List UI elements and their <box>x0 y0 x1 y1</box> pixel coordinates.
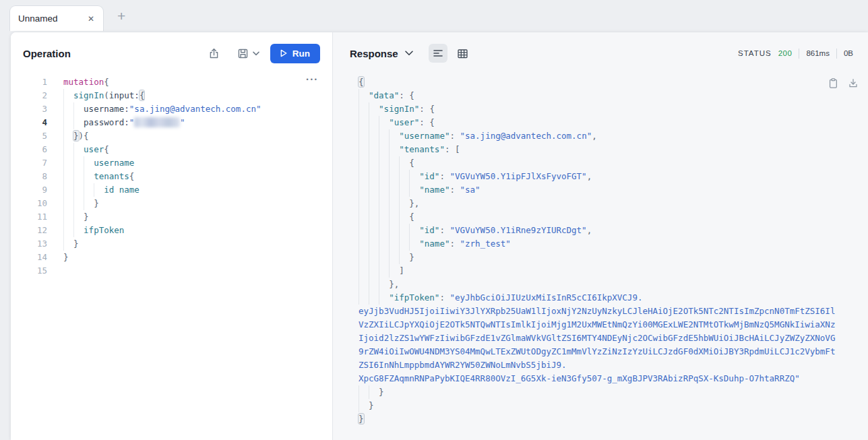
code-token: " <box>180 117 185 127</box>
code-token: : <box>439 171 450 181</box>
save-chevron-down-icon[interactable] <box>253 51 259 56</box>
code-line: "id": "VGVuYW50.Y1ipFJlXsFyvoFGT", <box>333 170 868 183</box>
indent-guide <box>63 224 73 237</box>
indent-guide <box>94 183 104 197</box>
indent-guide <box>63 197 73 210</box>
code-token: } <box>94 198 99 208</box>
code-token <box>114 185 119 195</box>
indent-guide <box>399 156 409 170</box>
code-line: "name": "sa" <box>333 183 868 197</box>
play-icon <box>280 49 287 57</box>
run-button-label: Run <box>292 49 310 59</box>
indent-guide <box>389 224 399 237</box>
code-line: 2signIn(input:{ <box>11 89 332 102</box>
code-token: : <box>439 292 450 303</box>
operation-editor[interactable]: 1mutation{2signIn(input:{3username:"sa.j… <box>11 74 332 440</box>
save-icon[interactable] <box>237 47 249 60</box>
indent-guide <box>379 251 389 264</box>
line-number: 1 <box>11 75 47 89</box>
code-token: { <box>409 90 414 100</box>
indent-guide <box>389 129 399 143</box>
indent-guide <box>63 89 73 102</box>
response-title: Response <box>350 48 398 59</box>
save-control[interactable] <box>237 47 259 60</box>
divider <box>836 49 837 59</box>
indent-guide <box>359 385 369 399</box>
indent-guide <box>389 156 399 170</box>
code-line: } <box>333 251 868 264</box>
indent-guide <box>399 237 409 251</box>
code-token: ifpToken <box>84 225 124 235</box>
download-icon[interactable] <box>848 77 859 89</box>
indent-guide <box>399 251 409 264</box>
line-number: 11 <box>11 210 47 224</box>
indent-guide <box>84 170 94 183</box>
table-view-button[interactable] <box>454 44 472 63</box>
indent-guide <box>359 102 369 116</box>
tab-bar: Unnamed ✕ + <box>0 0 868 31</box>
code-line: 12ifpToken <box>11 224 332 237</box>
response-status-bar: STATUS 200 861ms 0B <box>738 49 853 59</box>
indent-guide <box>369 251 379 264</box>
indent-guide <box>389 170 399 183</box>
indent-guide <box>73 210 84 224</box>
line-number: 9 <box>11 183 47 197</box>
new-tab-button[interactable]: + <box>117 9 125 23</box>
code-token: } <box>369 400 374 410</box>
code-token: id <box>104 185 114 195</box>
code-token: { <box>409 158 414 168</box>
indent-guide <box>389 143 399 156</box>
code-line: "id": "VGVuYW50.Y1iRne9zYIURcDgt", <box>333 224 868 237</box>
response-body[interactable]: {"data": {"signIn": {"user": {"username"… <box>333 74 868 440</box>
indent-guide <box>369 264 379 278</box>
code-line: "ifpToken": "eyJhbGciOiJIUzUxMiIsInR5cCI… <box>333 291 868 305</box>
indent-guide <box>379 291 389 305</box>
tab-unnamed[interactable]: Unnamed ✕ <box>9 5 104 31</box>
code-token: { <box>409 212 414 222</box>
indent-guide <box>409 170 419 183</box>
table-icon <box>456 47 469 60</box>
indent-guide <box>359 278 369 291</box>
indent-guide <box>379 116 389 129</box>
response-panel: Response <box>332 32 868 440</box>
indent-guide <box>359 183 369 197</box>
indent-guide <box>369 237 379 251</box>
code-token: ] <box>399 265 404 276</box>
indent-guide <box>389 251 399 264</box>
code-line: 4password:"#########" <box>11 116 332 129</box>
code-token: { <box>104 77 109 87</box>
code-token: ZSI6InNhLmppbmdAYWR2YW50ZWNoLmNvbS5jbiJ9… <box>359 360 567 370</box>
text-view-button[interactable] <box>429 44 447 63</box>
indent-guide <box>379 264 389 278</box>
code-token: "id" <box>419 225 439 235</box>
indent-guide <box>359 264 369 278</box>
code-line: ZSI6InNhLmppbmdAYWR2YW50ZWNoLmNvbS5jbiJ9… <box>333 358 868 372</box>
code-line: "signIn": { <box>333 102 868 116</box>
operation-header: Operation <box>11 32 332 74</box>
indent-guide <box>369 116 379 129</box>
response-chevron-down-icon[interactable] <box>405 51 413 56</box>
indent-guide <box>379 156 389 170</box>
code-token: "name" <box>419 239 450 249</box>
line-number: 6 <box>11 143 47 156</box>
code-token: { <box>359 77 364 87</box>
indent-guide <box>389 197 399 210</box>
code-token: { <box>129 171 135 181</box>
code-token: "VGVuYW50.Y1iRne9zYIURcDgt" <box>450 225 586 235</box>
run-button[interactable]: Run <box>270 44 320 63</box>
code-line: 9id name <box>11 183 332 197</box>
line-number: 13 <box>11 237 47 251</box>
indent-guide <box>359 237 369 251</box>
code-token: { <box>104 144 109 154</box>
code-token: : <box>439 225 450 235</box>
code-token: ( <box>104 90 109 100</box>
code-token: mutation <box>63 77 104 87</box>
close-icon[interactable]: ✕ <box>88 15 94 23</box>
copy-icon[interactable] <box>828 77 838 89</box>
code-token: "zrh_test" <box>460 239 511 249</box>
editor-menu-icon[interactable]: ••• <box>307 77 319 83</box>
share-icon[interactable] <box>208 47 220 60</box>
code-token: XpcG8FZAqmnRNPaPybKIQE4RR80OVzI_6G5Xk-ie… <box>359 373 800 383</box>
code-line: 3username:"sa.jing@advantech.com.cn" <box>11 102 332 116</box>
indent-guide <box>63 170 73 183</box>
